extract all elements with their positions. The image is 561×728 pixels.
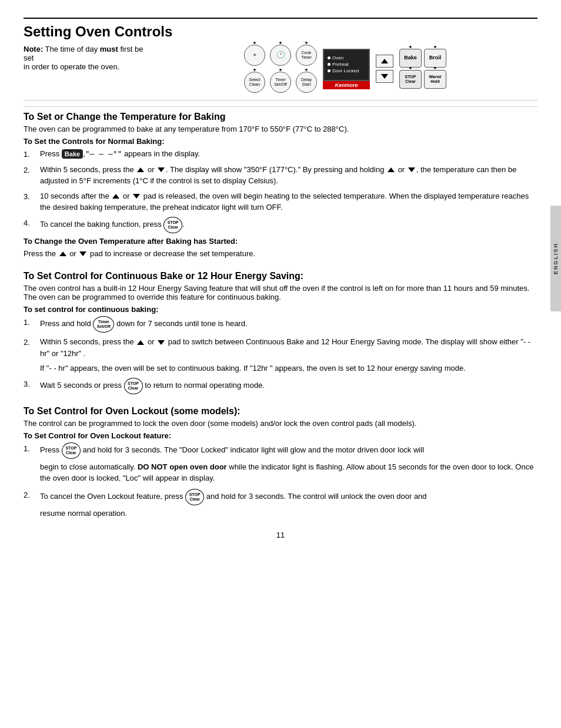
do-not-open-text: DO NOT open oven door (138, 462, 227, 471)
step-content: Press Bake,"— — —°" appears in the displ… (40, 148, 537, 160)
left-button-group: ☀ 🕐 CookTimer SelectClean TimerSet/Off D… (244, 45, 317, 93)
step-num: 4. (24, 217, 40, 233)
arrow-up-button (376, 55, 393, 68)
timer-key-inline: TimerSet/Off (93, 316, 114, 333)
step-1-4: 4. To cancel the baking function, press … (24, 217, 537, 233)
display-panel-group: Oven Preheat Door Locked Kenmore (323, 49, 370, 89)
stop-clear-button: STOPClear (399, 70, 422, 89)
right-buttons-group: Bake Broil STOPClear Warm/Hold (399, 49, 446, 89)
section1-title: To Set or Change the Temperature for Bak… (24, 112, 537, 122)
step-content: 10 seconds after the or pad is released,… (40, 190, 537, 213)
top-section: Note: The time of day must first be set … (24, 45, 537, 100)
step-1-1: 1. Press Bake,"— — —°" appears in the di… (24, 148, 537, 160)
select-clean-button: SelectClean (244, 72, 265, 93)
step-num: 3. (24, 378, 40, 394)
stop-key-inline: STOPClear (163, 217, 182, 233)
page-number: 11 (24, 531, 537, 539)
cook-timer-button: CookTimer (296, 45, 317, 66)
note-must: must (100, 45, 118, 53)
subsection1-title: To Set the Controls for Normal Baking: (24, 137, 537, 146)
step-content: Press and hold TimerSet/Off down for 7 s… (40, 316, 537, 333)
section2-title: To Set Control for Continuous Bake or 12… (24, 271, 537, 281)
section3-title: To Set Control for Oven Lockout (some mo… (24, 406, 537, 417)
note-label: Note: (24, 45, 43, 53)
change-temp-title: To Change the Oven Temperature after Bak… (24, 237, 537, 246)
arrow-down-icon (381, 74, 388, 79)
continuous-baking-step3: 3. Wait 5 seconds or press STOPClear to … (24, 378, 537, 394)
bottom-buttons-row: SelectClean TimerSet/Off DelayStart (244, 72, 317, 93)
page-title: Setting Oven Controls (24, 24, 537, 40)
step-2-1: 1. Press and hold TimerSet/Off down for … (24, 316, 537, 333)
stop-key-lockout: STOPClear (62, 442, 81, 459)
stop-key-cancel: STOPClear (185, 489, 204, 505)
step-num: 2. (24, 489, 40, 519)
step-content: To cancel the Oven Lockout feature, pres… (40, 489, 537, 519)
top-divider (24, 18, 537, 19)
timer-setoff-button: TimerSet/Off (270, 72, 291, 93)
step-content: Within 5 seconds, press the or pad to sw… (40, 336, 537, 359)
bake-key: Bake (62, 149, 83, 159)
step-1-2: 2. Within 5 seconds, press the or . The … (24, 164, 537, 187)
step-num: 1. (24, 148, 40, 160)
light-button: ☀ (244, 45, 265, 66)
oven-indicator: Oven (328, 55, 343, 61)
step-content: To cancel the baking function, press STO… (40, 217, 537, 233)
section-oven-lockout: To Set Control for Oven Lockout (some mo… (24, 406, 537, 519)
section2-subtitle: The oven control has a built-in 12 Hour … (24, 284, 537, 301)
lockout-steps: 1. Press STOPClear and hold for 3 second… (24, 442, 537, 519)
arrow-up-icon (381, 59, 388, 63)
control-diagram: ☀ 🕐 CookTimer SelectClean TimerSet/Off D… (153, 45, 537, 93)
step-2-3: 3. Wait 5 seconds or press STOPClear to … (24, 378, 537, 394)
display-panel: Oven Preheat Door Locked (323, 49, 370, 81)
step-1-3: 3. 10 seconds after the or pad is releas… (24, 190, 537, 213)
note-paragraph: Note: The time of day must first be set … (24, 45, 153, 71)
delay-start-button: DelayStart (296, 72, 317, 93)
side-tab: ENGLISH (550, 206, 561, 311)
section-continuous-bake: To Set Control for Continuous Bake or 12… (24, 271, 537, 394)
subsection2-title: To set control for continuous baking: (24, 305, 537, 314)
warm-hold-button: Warm/Hold (424, 70, 446, 89)
door-locked-indicator: Door Locked (328, 68, 359, 73)
step-content: Within 5 seconds, press the or . The dis… (40, 164, 537, 187)
step-2-2: 2. Within 5 seconds, press the or pad to… (24, 336, 537, 359)
step-num: 3. (24, 190, 40, 213)
step-num: 1. (24, 442, 40, 484)
section-baking-temp: To Set or Change the Temperature for Bak… (24, 112, 537, 259)
step-num: 1. (24, 316, 40, 333)
lockout-step-2: 2. To cancel the Oven Lockout feature, p… (24, 489, 537, 519)
section3-subtitle: The control can be programmed to lock th… (24, 419, 537, 428)
normal-baking-steps: 1. Press Bake,"— — —°" appears in the di… (24, 148, 537, 233)
step-num: 2. (24, 336, 40, 359)
step-content: Press STOPClear and hold for 3 seconds. … (40, 442, 537, 484)
step-content: Wait 5 seconds or press STOPClear to ret… (40, 378, 537, 394)
step-num: 2. (24, 164, 40, 187)
section1-subtitle: The oven can be programmed to bake at an… (24, 125, 537, 133)
arrow-down-button (376, 70, 393, 83)
continuous-baking-steps: 1. Press and hold TimerSet/Off down for … (24, 316, 537, 359)
stop-key-inline2: STOPClear (124, 378, 143, 394)
brand-logo: Kenmore (323, 81, 370, 89)
arrow-buttons (376, 55, 393, 83)
continuous-bake-note: If "- - hr" appears, the oven will be se… (40, 363, 537, 374)
top-buttons-row: ☀ 🕐 CookTimer (244, 45, 317, 66)
preheat-indicator: Preheat (328, 62, 349, 67)
subsection3-title: To Set Control for Oven Lockout feature: (24, 431, 537, 440)
lockout-step-1: 1. Press STOPClear and hold for 3 second… (24, 442, 537, 484)
note-section: Note: The time of day must first be set … (24, 45, 153, 71)
clock-button: 🕐 (270, 45, 291, 66)
section-divider-1 (24, 106, 537, 107)
side-tab-label: ENGLISH (553, 243, 559, 274)
change-temp-text: Press the or pad to increase or decrease… (24, 248, 537, 260)
